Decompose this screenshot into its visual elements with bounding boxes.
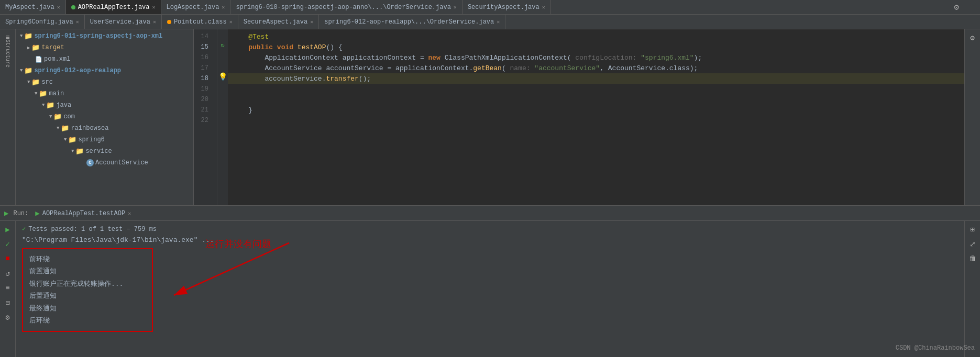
close-orderservice-012[interactable]: ✕ xyxy=(497,19,500,25)
class-ref: .class); xyxy=(665,64,698,72)
src-label: src xyxy=(41,79,53,86)
close-logaspect[interactable]: ✕ xyxy=(222,4,225,10)
commit-icon[interactable]: Structure xyxy=(2,48,14,59)
code-17 xyxy=(232,64,265,72)
sidebar-item-pom[interactable]: 📄 pom.xml xyxy=(16,53,193,65)
sidebar-item-spring6-012[interactable]: ▼ 📁 spring6-012-aop-realapp xyxy=(16,65,193,76)
paren2: ( xyxy=(567,54,576,62)
userservice-label: UserService.java xyxy=(90,18,150,26)
run-sort-icon[interactable]: ≡ xyxy=(2,282,14,294)
expand-arrow: ▼ xyxy=(20,34,23,39)
close-run-tab[interactable]: ✕ xyxy=(128,210,131,217)
logaspect-label: LogAspect.java xyxy=(167,4,219,11)
run-tab-aoprealapp[interactable]: ▶ AOPRealAppTest.testAOP ✕ xyxy=(31,206,135,221)
status-check: ✓ xyxy=(22,225,26,233)
code-line-14: @Test xyxy=(228,31,964,42)
close-orderservice-010[interactable]: ✕ xyxy=(454,4,457,10)
pom-label: pom.xml xyxy=(44,55,70,63)
tab-spring6config[interactable]: Spring6Config.java ✕ xyxy=(0,15,85,29)
chinese-note: 运行并没有问题 xyxy=(205,238,271,250)
output-area: 前环绕 前置通知 银行账户正在完成转账操作... 后置通知 最终通知 后环绕 xyxy=(22,248,958,332)
method-testAOP: testAOP xyxy=(298,43,326,51)
expand-arrow-rainbow: ▼ xyxy=(57,126,59,131)
orange-dot xyxy=(167,20,171,24)
expand-arrow-012: ▼ xyxy=(20,68,23,73)
tab-secureaspect[interactable]: SecureAspect.java ✕ xyxy=(238,15,319,29)
sidebar-item-label: spring6-011-spring-aspectj-aop-xml xyxy=(34,32,162,40)
settings-bottom-icon[interactable]: ⚙ xyxy=(954,2,959,13)
sidebar-item-rainbowsea[interactable]: ▼ 📁 rainbowsea xyxy=(16,122,193,134)
run-rerun-icon[interactable]: ↺ xyxy=(2,267,14,279)
spring6-012-label: spring6-012-aop-realapp xyxy=(34,67,121,74)
java-label: java xyxy=(56,102,71,109)
expand-icon[interactable]: ⤢ xyxy=(967,238,978,250)
close-securityaspect[interactable]: ✕ xyxy=(542,4,545,10)
tab-myaspect[interactable]: MyAspect.java ✕ xyxy=(0,0,66,14)
terminal-icon[interactable]: ⊞ xyxy=(967,224,978,235)
run-check-icon[interactable]: ✓ xyxy=(2,238,14,250)
sidebar-item-target[interactable]: ▶ 📁 target xyxy=(16,42,193,53)
tab-securityaspect[interactable]: SecurityAspect.java ✕ xyxy=(463,0,551,14)
sidebar-item-src[interactable]: ▼ 📁 src xyxy=(16,76,193,88)
sidebar-item-spring6-011[interactable]: ▼ 📁 spring6-011-spring-aspectj-aop-xml xyxy=(16,30,193,42)
tab-aoprealapptest[interactable]: AOPRealAppTest.java ✕ xyxy=(66,0,161,14)
close-secureaspect[interactable]: ✕ xyxy=(310,19,313,25)
line-num-22: 22 xyxy=(194,115,213,126)
line-num-17: 17 xyxy=(194,63,213,73)
pointcut-label: Pointcut.class xyxy=(174,18,227,26)
sidebar-item-java[interactable]: ▼ 📁 java xyxy=(16,99,193,111)
hint-configloc: configLocation: xyxy=(575,54,641,62)
kw-new: new xyxy=(428,54,444,62)
code-line-21: } xyxy=(228,105,964,115)
tab-orderservice-010[interactable]: spring6-010-spring-aspectj-aop-anno\...\… xyxy=(230,0,463,14)
sidebar-item-spring6[interactable]: ▼ 📁 spring6 xyxy=(16,134,193,146)
var-accsvc: accountService = applicationContext. xyxy=(326,64,473,72)
folder-main-icon: 📁 xyxy=(39,90,47,98)
line-num-16: 16 xyxy=(194,52,213,63)
class-icon: C xyxy=(86,159,94,166)
sidebar-item-main[interactable]: ▼ 📁 main xyxy=(16,88,193,99)
out-line-4: 后置通知 xyxy=(29,290,146,302)
close-aoprealapptest[interactable]: ✕ xyxy=(152,4,155,10)
folder-service-icon: 📁 xyxy=(75,147,84,155)
code-line-20 xyxy=(228,94,964,105)
sidebar-item-accountservice[interactable]: C AccountService xyxy=(16,157,193,169)
out-line-3: 银行账户正在完成转账操作... xyxy=(29,278,146,290)
call: (); xyxy=(359,75,371,83)
folder-icon-012: 📁 xyxy=(24,66,32,75)
play-icon[interactable]: ▶ xyxy=(4,209,8,218)
tab-orderservice-012[interactable]: spring6-012-aop-realapp\...\OrderService… xyxy=(319,15,505,29)
type-accsvc2: AccountService xyxy=(608,64,665,72)
run-play-icon[interactable]: ▶ xyxy=(2,224,14,235)
run-settings-icon[interactable]: ⚙ xyxy=(2,311,14,323)
pullrequests-icon[interactable] xyxy=(2,63,14,75)
rainbowsea-label: rainbowsea xyxy=(71,125,108,132)
close-userservice[interactable]: ✕ xyxy=(153,19,156,25)
trash-icon[interactable]: 🗑 xyxy=(967,253,978,264)
close-myaspect[interactable]: ✕ xyxy=(57,4,60,10)
run-fold-icon[interactable]: ⊟ xyxy=(2,297,14,308)
secureaspect-label: SecureAspect.java xyxy=(244,18,307,26)
securityaspect-label: SecurityAspect.java xyxy=(468,4,539,11)
tab-userservice[interactable]: UserService.java ✕ xyxy=(85,15,162,29)
tab-logaspect[interactable]: LogAspect.java ✕ xyxy=(161,0,231,14)
out-line-6: 后环绕 xyxy=(29,315,146,327)
run-label: Run: xyxy=(13,210,28,217)
line-num-21: 21 xyxy=(194,105,213,115)
watermark: CSDN @ChinaRainbowSea xyxy=(896,344,975,352)
run-tab-label: AOPRealAppTest.testAOP xyxy=(42,210,125,217)
run-stop-icon[interactable]: ■ xyxy=(2,253,14,264)
expand-arrow-service: ▼ xyxy=(71,149,74,154)
sidebar-item-com[interactable]: ▼ 📁 com xyxy=(16,111,193,122)
bottom-panel: ▶ Run: ▶ AOPRealAppTest.testAOP ✕ ⚙ ▶ ✓ … xyxy=(0,205,980,357)
folder-com-icon: 📁 xyxy=(53,113,62,121)
tab-pointcut[interactable]: Pointcut.class ✕ xyxy=(162,15,238,29)
myaspect-label: MyAspect.java xyxy=(5,4,54,11)
str-accsvc: "accountService" xyxy=(534,64,600,72)
code-lines[interactable]: @Test public void testAOP() { Applicatio… xyxy=(228,29,964,205)
paren3: ); xyxy=(694,54,702,62)
close-pointcut[interactable]: ✕ xyxy=(229,19,233,25)
sidebar-item-service[interactable]: ▼ 📁 service xyxy=(16,146,193,157)
gear-icon[interactable]: ⚙ xyxy=(967,32,978,43)
close-spring6config[interactable]: ✕ xyxy=(76,19,79,25)
